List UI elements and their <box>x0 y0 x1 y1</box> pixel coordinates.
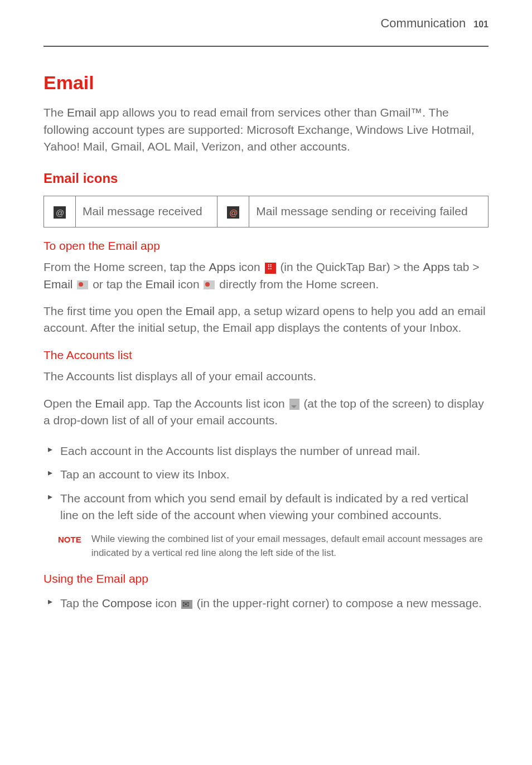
text: (in the upper-right corner) to compose a… <box>194 597 482 609</box>
text: directly from the Home screen. <box>216 278 379 290</box>
note-block: NOTE While viewing the combined list of … <box>58 532 489 560</box>
accounts-dropdown-icon <box>289 399 299 410</box>
text: Tap the <box>60 597 102 609</box>
text-bold: Email <box>67 106 96 119</box>
text: app allows you to read email from servic… <box>43 106 475 153</box>
note-text: While viewing the combined list of your … <box>91 532 489 560</box>
text-bold: Compose <box>102 597 152 609</box>
text: app. Tap the Accounts list icon <box>124 397 288 410</box>
text: icon <box>152 597 180 609</box>
email-icons-heading: Email icons <box>43 169 489 188</box>
document-page: Communication 101 Email The Email app al… <box>0 0 532 765</box>
table-row: @ Mail message received @ Mail message s… <box>44 196 489 227</box>
icon-cell: @ <box>217 196 249 227</box>
using-bullet-list: Tap the Compose icon (in the upper-right… <box>43 592 489 615</box>
text-bold: Email <box>146 278 175 290</box>
text: From the Home screen, tap the <box>43 260 209 273</box>
text: icon <box>235 260 263 273</box>
accounts-bullet-list: Each account in the Accounts list displa… <box>43 439 489 527</box>
page-title: Email <box>43 69 489 96</box>
section-title: Communication <box>380 14 466 32</box>
list-item: The account from which you send email by… <box>43 487 489 527</box>
open-app-heading: To open the Email app <box>43 238 489 254</box>
email-app-icon <box>77 280 88 289</box>
list-item: Each account in the Accounts list displa… <box>43 439 489 463</box>
compose-icon <box>181 600 192 609</box>
header-rule <box>43 46 489 47</box>
email-icons-table: @ Mail message received @ Mail message s… <box>43 196 489 227</box>
text: icon <box>175 278 202 290</box>
email-app-icon <box>204 280 215 289</box>
icon-description: Mail message received <box>76 196 217 227</box>
mail-received-icon: @ <box>54 206 66 219</box>
text: The first time you open the <box>43 304 185 317</box>
open-app-paragraph-1: From the Home screen, tap the Apps icon … <box>43 259 489 293</box>
text: Open the <box>43 397 95 410</box>
icon-cell: @ <box>44 196 76 227</box>
list-item: Tap the Compose icon (in the upper-right… <box>43 592 489 615</box>
text: The <box>43 106 67 119</box>
text-bold: Email <box>95 397 124 410</box>
using-heading: Using the Email app <box>43 570 489 587</box>
accounts-paragraph-1: The Accounts list displays all of your e… <box>43 368 489 385</box>
note-label: NOTE <box>58 532 81 546</box>
text-bold: Email <box>185 304 215 317</box>
text: tab > <box>449 260 479 273</box>
text: (in the QuickTap Bar) > the <box>277 260 423 273</box>
accounts-heading: The Accounts list <box>43 347 489 364</box>
accounts-paragraph-2: Open the Email app. Tap the Accounts lis… <box>43 395 489 429</box>
text: or tap the <box>89 278 145 290</box>
mail-failed-icon: @ <box>227 206 239 219</box>
icon-description: Mail message sending or receiving failed <box>249 196 489 227</box>
intro-paragraph: The Email app allows you to read email f… <box>43 104 489 155</box>
text-bold: Apps <box>209 260 235 273</box>
text-bold: Email <box>43 278 73 290</box>
open-app-paragraph-2: The first time you open the Email app, a… <box>43 303 489 337</box>
list-item: Tap an account to view its Inbox. <box>43 463 489 486</box>
page-number: 101 <box>473 18 489 31</box>
text-bold: Apps <box>423 260 450 273</box>
page-header: Communication 101 <box>43 14 489 32</box>
apps-icon <box>265 263 276 274</box>
